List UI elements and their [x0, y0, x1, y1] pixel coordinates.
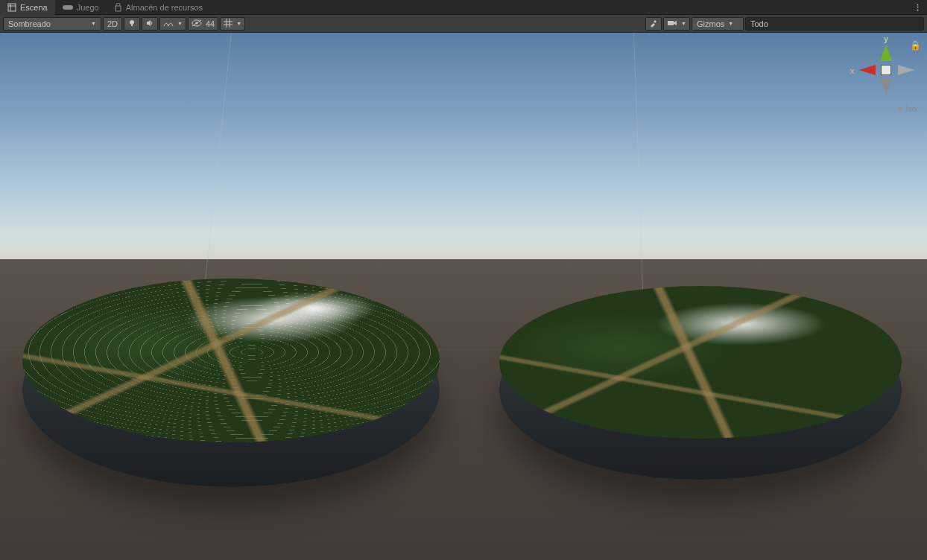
chevron-down-icon: ▼ [177, 21, 183, 26]
chevron-down-icon: ▼ [236, 21, 241, 26]
shading-mode-dropdown[interactable]: Sombreado ▼ [3, 17, 101, 31]
grid-snap-dropdown[interactable]: ▼ [220, 17, 245, 31]
tab-bar: Escena Juego Almacén de recursos ⋮ [0, 0, 927, 15]
camera-dropdown[interactable]: ▼ [663, 17, 690, 31]
svg-rect-9 [668, 21, 674, 25]
skybox [0, 33, 927, 259]
axis-yneg-cone[interactable] [880, 79, 892, 95]
scene-icon [7, 3, 16, 12]
shading-mode-label: Sombreado [8, 19, 51, 28]
tools-icon [649, 19, 658, 29]
tab-asset-store-label: Almacén de recursos [126, 3, 203, 12]
terrain-top [22, 279, 440, 442]
toggle-lighting[interactable] [124, 17, 140, 31]
terrain-disk-left[interactable] [22, 279, 440, 487]
tab-asset-store[interactable]: Almacén de recursos [107, 0, 210, 15]
projection-label: Iso [905, 104, 917, 113]
svg-rect-0 [8, 4, 16, 11]
hidden-objects[interactable]: 44 [188, 17, 218, 31]
toggle-2d-label: 2D [107, 19, 118, 28]
toggle-audio[interactable] [142, 17, 158, 31]
scene-search-value: Todo [750, 19, 768, 28]
hidden-count: 44 [206, 19, 215, 28]
axis-y-label: y [884, 34, 888, 43]
gizmos-dropdown[interactable]: Gizmos ▼ [692, 17, 744, 31]
lightbulb-icon [127, 19, 136, 29]
axis-y-cone[interactable] [880, 45, 892, 61]
bag-icon [114, 3, 122, 12]
contour-overlay [22, 279, 440, 442]
terrain-top [499, 286, 902, 439]
menu-icon: ≡ [898, 104, 902, 113]
camera-icon [667, 19, 677, 28]
axis-z-cone[interactable] [898, 65, 914, 75]
gizmos-label: Gizmos [697, 19, 724, 28]
toggle-fx[interactable]: ▼ [159, 17, 186, 31]
axis-x-cone[interactable] [859, 65, 876, 75]
svg-rect-3 [63, 5, 73, 10]
tab-game-label: Juego [77, 3, 99, 12]
gizmo-hub[interactable] [881, 65, 891, 75]
speaker-icon [145, 19, 154, 29]
scene-viewport[interactable]: 🔒 y x ≡ Iso [0, 33, 927, 560]
projection-toggle[interactable]: ≡ Iso [852, 104, 920, 113]
scene-search-input[interactable]: Todo [745, 17, 924, 31]
eye-off-icon [192, 19, 202, 28]
tab-scene-label: Escena [20, 3, 48, 12]
tab-game[interactable]: Juego [55, 0, 107, 15]
orientation-gizmo[interactable]: 🔒 y x ≡ Iso [852, 40, 920, 113]
chevron-down-icon: ▼ [681, 21, 686, 26]
fx-icon [163, 19, 174, 29]
terrain-disk-right[interactable] [499, 286, 902, 480]
chevron-down-icon: ▼ [728, 21, 733, 26]
svg-point-4 [130, 20, 134, 25]
kebab-icon: ⋮ [914, 3, 923, 13]
grid-icon [224, 19, 232, 29]
svg-rect-5 [131, 25, 133, 26]
scene-toolbar: Sombreado ▼ 2D ▼ 44 ▼ [0, 15, 927, 33]
tab-scene[interactable]: Escena [0, 0, 55, 15]
tools-button[interactable] [645, 17, 662, 31]
toggle-2d[interactable]: 2D [103, 17, 122, 31]
horizon-line [0, 259, 927, 260]
chevron-down-icon: ▼ [91, 21, 96, 26]
tab-overflow-menu[interactable]: ⋮ [914, 0, 923, 15]
axis-x-label: x [850, 66, 855, 75]
gamepad-icon [63, 4, 73, 11]
